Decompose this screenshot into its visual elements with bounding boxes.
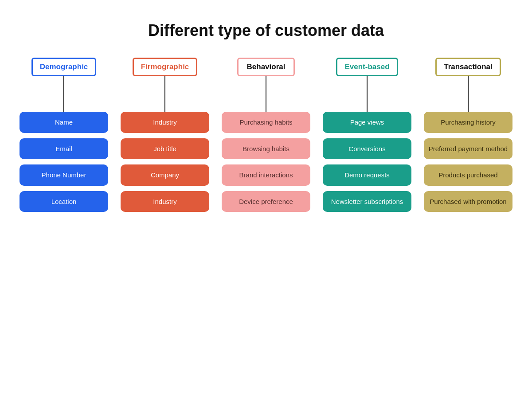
item-event-based-3: Newsletter subscriptions [323, 191, 411, 212]
connector-behavioral [222, 76, 310, 112]
items-row: NameEmailPhone NumberLocationIndustryJob… [13, 112, 519, 212]
connectors-row [13, 76, 519, 112]
vertical-line-event-based [367, 76, 368, 112]
item-transactional-2: Products purchased [424, 164, 512, 186]
connector-demographic [20, 76, 108, 112]
item-transactional-3: Purchased with promotion [424, 191, 512, 212]
item-behavioral-3: Device preference [222, 191, 310, 212]
column-transactional: Purchasing historyPreferred payment meth… [424, 112, 512, 212]
column-firmographic: IndustryJob titleCompanyIndustry [121, 112, 209, 212]
column-event-based: Page viewsConversionsDemo requestsNewsle… [323, 112, 411, 212]
header-badge-event-based: Event-based [336, 58, 398, 76]
header-badge-firmographic: Firmographic [133, 58, 198, 76]
headers-row: DemographicFirmographicBehavioralEvent-b… [13, 58, 519, 76]
diagram: DemographicFirmographicBehavioralEvent-b… [0, 58, 532, 212]
column-demographic: NameEmailPhone NumberLocation [20, 112, 108, 212]
vertical-line-firmographic [164, 76, 165, 112]
item-firmographic-0: Industry [121, 112, 209, 133]
item-behavioral-1: Browsing habits [222, 138, 310, 160]
connector-firmographic [121, 76, 209, 112]
column-behavioral: Purchasing habitsBrowsing habitsBrand in… [222, 112, 310, 212]
header-badge-demographic: Demographic [31, 58, 97, 76]
item-event-based-0: Page views [323, 112, 411, 133]
header-cell-event-based: Event-based [323, 58, 411, 76]
header-cell-transactional: Transactional [424, 58, 512, 76]
item-firmographic-2: Company [121, 164, 209, 186]
header-badge-transactional: Transactional [435, 58, 501, 76]
item-demographic-2: Phone Number [20, 164, 108, 186]
vertical-line-demographic [63, 76, 64, 112]
item-transactional-1: Preferred payment method [424, 138, 512, 160]
header-cell-firmographic: Firmographic [121, 58, 209, 76]
header-cell-demographic: Demographic [20, 58, 108, 76]
connector-transactional [424, 76, 512, 112]
item-behavioral-2: Brand interactions [222, 164, 310, 186]
item-transactional-0: Purchasing history [424, 112, 512, 133]
item-event-based-1: Conversions [323, 138, 411, 160]
vertical-line-behavioral [266, 76, 266, 112]
page-title: Different type of customer data [148, 21, 384, 40]
header-badge-behavioral: Behavioral [237, 58, 295, 76]
item-behavioral-0: Purchasing habits [222, 112, 310, 133]
item-demographic-3: Location [20, 191, 108, 212]
item-firmographic-3: Industry [121, 191, 209, 212]
item-demographic-0: Name [20, 112, 108, 133]
item-demographic-1: Email [20, 138, 108, 160]
header-cell-behavioral: Behavioral [222, 58, 310, 76]
vertical-line-transactional [468, 76, 469, 112]
item-event-based-2: Demo requests [323, 164, 411, 186]
item-firmographic-1: Job title [121, 138, 209, 160]
connector-event-based [323, 76, 411, 112]
